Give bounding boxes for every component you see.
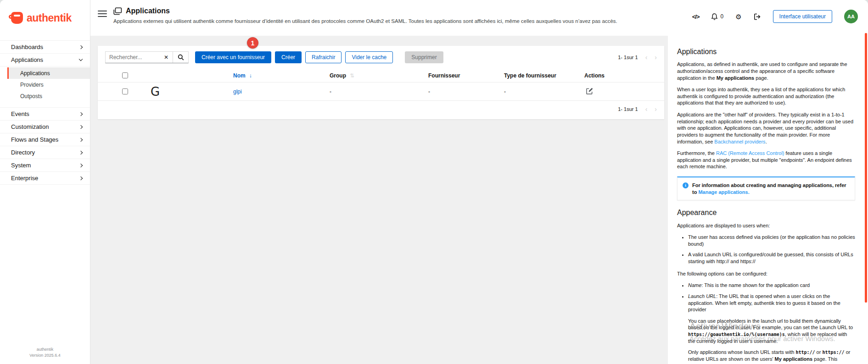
docs-text: My applications (717, 75, 755, 81)
cell-provider: - (419, 88, 495, 95)
page-title: Applications (126, 7, 170, 15)
clear-cache-button[interactable]: Vider le cache (345, 51, 393, 63)
cell-group: - (320, 88, 419, 95)
table-footer: 1- 1sur 1 ‹ › (98, 101, 664, 118)
scrollbar-thumb[interactable] (865, 33, 867, 303)
annotation-badge-1: 1 (247, 37, 258, 49)
column-header-type-de-fournisseur: Type de fournisseur (495, 72, 575, 79)
sidebar-item-dashboards[interactable]: Dashboards (0, 41, 90, 54)
app-name-link[interactable]: glpi (224, 88, 320, 95)
sidebar-item-system[interactable]: System (0, 159, 90, 172)
docs-text: https:// (822, 350, 844, 355)
sidebar-item-outposts[interactable]: Outposts (7, 90, 90, 102)
main-pane: ✕ Créer avec un fournisseurCréerRafraich… (90, 36, 668, 364)
docs-paragraph: Only applications whose launch URL start… (688, 349, 855, 362)
sort-icon[interactable]: ⇅ (350, 72, 354, 79)
column-label: Actions (584, 72, 605, 79)
authentik-logo-icon (8, 11, 24, 25)
sort-descending-icon[interactable]: ↓ (249, 72, 252, 79)
sidebar-nav: DashboardsApplicationsApplicationsProvid… (0, 40, 90, 185)
clear-search-icon[interactable]: ✕ (160, 52, 173, 63)
search-icon[interactable] (173, 52, 188, 63)
prev-page-icon[interactable]: ‹ (645, 54, 648, 61)
next-page-icon[interactable]: › (655, 54, 657, 61)
docs-text: Launch URL (688, 293, 716, 299)
logout-icon[interactable] (754, 13, 761, 20)
docs-content: ApplicationsApplications, as defined in … (677, 47, 855, 363)
sidebar-item-enterprise[interactable]: Enterprise (0, 172, 90, 185)
docs-text: . (766, 139, 767, 144)
sidebar-item-applications[interactable]: Applications (0, 54, 90, 66)
next-page-icon[interactable]: › (655, 105, 657, 113)
docs-paragraph: You can use placeholders in the launch u… (688, 318, 855, 345)
menu-toggle-icon[interactable] (98, 11, 107, 17)
top-header: Applications Applications externes qui u… (90, 0, 868, 36)
table-row: Gglpi--- (98, 83, 664, 101)
pagination-bottom: 1- 1sur 1 ‹ › (618, 105, 657, 113)
applications-page-icon (113, 7, 122, 15)
docs-text: page. (754, 75, 768, 81)
column-label: Group (330, 72, 346, 79)
sidebar: authentik DashboardsApplicationsApplicat… (0, 0, 90, 364)
footer-app-name: authentik (0, 347, 90, 353)
pagination-top: 1- 1sur 1 ‹ › (618, 54, 657, 61)
chevron-right-icon (79, 138, 83, 141)
docs-text: A valid Launch URL is configured/could b… (688, 252, 853, 264)
chevron-right-icon (79, 163, 83, 167)
docs-list-item: Launch URL: The URL that is opened when … (688, 293, 855, 363)
sidebar-item-flows-and-stages[interactable]: Flows and Stages (0, 133, 90, 146)
docs-text: http:// (795, 350, 815, 355)
docs-text: or (815, 349, 823, 355)
authentik-logo[interactable]: authentik (0, 0, 90, 36)
sidebar-item-applications[interactable]: Applications (7, 67, 90, 79)
chevron-right-icon (79, 112, 83, 116)
docs-text: Furthermore, the (677, 150, 716, 156)
prev-page-icon[interactable]: ‹ (645, 105, 648, 113)
sidebar-item-label: System (11, 162, 31, 169)
column-label: Fournisseur (428, 72, 460, 79)
docs-list-item: The user has access defined via policies… (688, 234, 855, 247)
docs-link[interactable]: Manage applications. (698, 189, 749, 195)
docs-paragraph: Applications are the "other half" of pro… (677, 111, 855, 145)
avatar[interactable]: AA (844, 10, 858, 23)
app-logo-glpi: G (151, 85, 224, 99)
docs-link[interactable]: Backchannel providers (714, 139, 765, 144)
column-header-fournisseur: Fournisseur (419, 72, 495, 79)
docs-link[interactable]: RAC (Remote Access Control) (716, 150, 784, 156)
sidebar-item-label: Customization (11, 123, 49, 130)
logo-text: authentik (27, 12, 72, 24)
settings-gear-icon[interactable]: ⚙ (735, 13, 741, 20)
api-browser-icon[interactable]: </> (692, 13, 700, 20)
docs-text: Only applications whose launch URL start… (688, 349, 795, 355)
select-all-checkbox[interactable] (118, 72, 132, 78)
sidebar-item-providers[interactable]: Providers (7, 79, 90, 90)
create-with-provider-button[interactable]: Créer avec un fournisseur (195, 51, 271, 63)
table-body: Gglpi--- (98, 83, 664, 101)
refresh-button[interactable]: Rafraichir (305, 51, 342, 63)
column-header-actions: Actions (575, 72, 664, 79)
user-interface-button[interactable]: Interface utilisateur (773, 10, 832, 23)
chevron-right-icon (79, 125, 83, 128)
docs-list: The user has access defined via policies… (688, 234, 855, 265)
cell-actions (575, 87, 664, 97)
row-checkbox[interactable] (118, 88, 132, 94)
search-box: ✕ (105, 51, 189, 63)
search-input[interactable] (106, 52, 160, 63)
edit-icon[interactable] (585, 87, 594, 97)
toolbar: ✕ Créer avec un fournisseurCréerRafraich… (98, 51, 664, 63)
column-header-nom[interactable]: Nom↓ (224, 72, 320, 79)
sidebar-item-label: Events (11, 110, 29, 117)
create-button[interactable]: Créer (275, 51, 302, 63)
info-note: iFor information about creating and mana… (677, 176, 855, 200)
sidebar-item-events[interactable]: Events (0, 108, 90, 121)
column-header-group[interactable]: Group⇅ (320, 72, 419, 79)
delete-button: Supprimer (405, 51, 443, 63)
docs-panel: ApplicationsApplications, as defined in … (668, 36, 868, 364)
docs-text: Name (688, 282, 701, 288)
notification-count: 0 (720, 13, 723, 20)
notifications-button[interactable]: 0 (711, 13, 723, 21)
sidebar-item-label: Applications (11, 56, 43, 63)
sidebar-item-customization[interactable]: Customization (0, 121, 90, 133)
sidebar-item-directory[interactable]: Directory (0, 146, 90, 159)
docs-text: The following options can be configured: (677, 271, 767, 276)
